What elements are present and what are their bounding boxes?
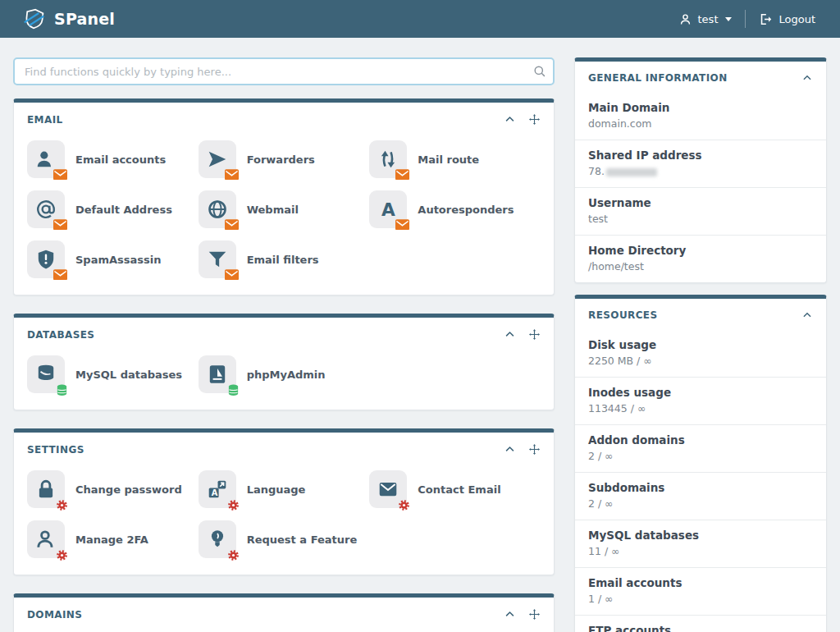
sidebar: GENERAL INFORMATION Main Domain domain.c… (574, 57, 827, 632)
shield-exclamation-envelope-icon (27, 240, 65, 278)
logout-label: Logout (778, 13, 815, 25)
collapse-chevron-icon[interactable] (504, 328, 516, 341)
section-settings-header: SETTINGS (14, 433, 554, 459)
envelope-badge-icon (53, 219, 67, 231)
info-item-main-domain: Main Domain domain.com (575, 93, 826, 140)
letter-a-envelope-icon (369, 190, 407, 228)
section-domains-header: DOMAINS (14, 598, 554, 624)
function-search (13, 57, 555, 85)
phpmyadmin-sail-icon (199, 355, 236, 393)
feature-forwarders[interactable]: Forwarders (199, 140, 370, 178)
person-gear-icon (27, 520, 65, 558)
feature-mail-route[interactable]: Mail route (369, 140, 541, 178)
gear-badge-icon (56, 499, 68, 511)
person-envelope-icon (27, 140, 65, 178)
section-actions (504, 443, 541, 456)
collapse-chevron-icon[interactable] (504, 443, 516, 456)
send-envelope-icon (199, 140, 236, 178)
section-settings-grid: Change password Language Contact Email (14, 459, 554, 575)
section-databases-header: DATABASES (14, 318, 554, 344)
section-actions (504, 608, 541, 621)
section-settings: SETTINGS Change password (13, 428, 555, 575)
section-title: EMAIL (27, 114, 63, 126)
feature-autoresponders[interactable]: Autoresponders (369, 190, 541, 228)
database-badge-icon (227, 384, 240, 396)
feature-spamassassin[interactable]: SpamAssassin (27, 240, 199, 278)
drag-move-icon[interactable] (528, 608, 541, 621)
collapse-chevron-icon[interactable] (801, 309, 813, 321)
section-domains-grid: Domains Subdomains DNS editor (14, 624, 554, 632)
general-information-panel: GENERAL INFORMATION Main Domain domain.c… (574, 57, 827, 283)
info-item-shared-ip: Shared IP address 78. (575, 140, 826, 187)
lightbulb-gear-icon (199, 520, 236, 558)
envelope-badge-icon (225, 169, 239, 181)
top-navbar: SPanel test Logout (0, 0, 840, 38)
section-title: SETTINGS (27, 444, 84, 456)
user-icon (678, 12, 692, 26)
caret-down-icon (725, 17, 732, 21)
feature-webmail[interactable]: Webmail (199, 190, 370, 228)
feature-email-accounts[interactable]: Email accounts (27, 140, 199, 178)
section-title: DATABASES (27, 329, 94, 341)
feature-contact-email[interactable]: Contact Email (369, 470, 541, 508)
general-information-header: GENERAL INFORMATION (575, 62, 826, 93)
panel-title: RESOURCES (588, 309, 658, 321)
brand-name: SPanel (54, 10, 115, 28)
feature-phpmyadmin[interactable]: phpMyAdmin (199, 355, 370, 393)
username-label: test (698, 13, 719, 25)
section-databases-grid: MySQL databases phpMyAdmin (14, 344, 554, 410)
drag-move-icon[interactable] (528, 113, 541, 126)
resource-item-subdomains: Subdomains 2 / ∞ (575, 472, 826, 520)
feature-default-address[interactable]: Default Address (27, 190, 199, 228)
search-icon (532, 64, 546, 78)
navbar-divider (745, 10, 746, 28)
collapse-chevron-icon[interactable] (801, 72, 813, 84)
feature-change-password[interactable]: Change password (27, 470, 199, 508)
resource-item-email-accounts: Email accounts 1 / ∞ (575, 567, 826, 615)
route-arrows-envelope-icon (369, 140, 407, 178)
at-sign-envelope-icon (27, 190, 65, 228)
user-menu[interactable]: test (678, 12, 733, 26)
drag-move-icon[interactable] (528, 328, 541, 341)
feature-mysql-databases[interactable]: MySQL databases (27, 355, 199, 393)
section-actions (504, 328, 541, 341)
gear-badge-icon (227, 549, 240, 561)
database-badge-icon (56, 384, 68, 396)
gear-badge-icon (227, 499, 240, 511)
section-email-grid: Email accounts Forwarders Mail route (14, 129, 554, 295)
panel-title: GENERAL INFORMATION (588, 72, 728, 84)
collapse-chevron-icon[interactable] (504, 113, 516, 126)
funnel-envelope-icon (199, 240, 236, 278)
gear-badge-icon (56, 549, 68, 561)
section-domains: DOMAINS Domains (13, 593, 555, 632)
feature-manage-2fa[interactable]: Manage 2FA (27, 520, 199, 558)
resource-item-disk-usage: Disk usage 2250 MB / ∞ (575, 330, 826, 377)
navbar-right: test Logout (678, 10, 815, 28)
section-email: EMAIL Email accounts (13, 98, 555, 295)
translate-gear-icon (199, 470, 236, 508)
globe-envelope-icon (199, 190, 236, 228)
database-cylinder-icon (27, 355, 65, 393)
feature-language[interactable]: Language (199, 470, 370, 508)
envelope-badge-icon (53, 169, 67, 181)
section-databases: DATABASES MySQL databases (13, 314, 555, 410)
logout-button[interactable]: Logout (759, 12, 815, 26)
envelope-badge-icon (395, 169, 409, 181)
logout-icon (759, 12, 773, 26)
envelope-badge-icon (225, 219, 239, 231)
search-input[interactable] (13, 57, 555, 85)
spanel-logo-icon (23, 7, 46, 30)
padlock-gear-icon (27, 470, 65, 508)
resource-item-ftp-accounts: FTP accounts 1 / ∞ (575, 615, 826, 632)
info-item-home-directory: Home Directory /home/test (575, 235, 826, 282)
collapse-chevron-icon[interactable] (504, 608, 516, 621)
section-title: DOMAINS (27, 609, 82, 621)
info-item-username: Username test (575, 187, 826, 235)
feature-email-filters[interactable]: Email filters (199, 240, 370, 278)
resource-item-addon-domains: Addon domains 2 / ∞ (575, 424, 826, 472)
main-content: EMAIL Email accounts (13, 57, 555, 632)
drag-move-icon[interactable] (528, 443, 541, 456)
section-actions (504, 113, 541, 126)
feature-request-a-feature[interactable]: Request a Feature (199, 520, 370, 558)
envelope-badge-icon (53, 269, 67, 281)
